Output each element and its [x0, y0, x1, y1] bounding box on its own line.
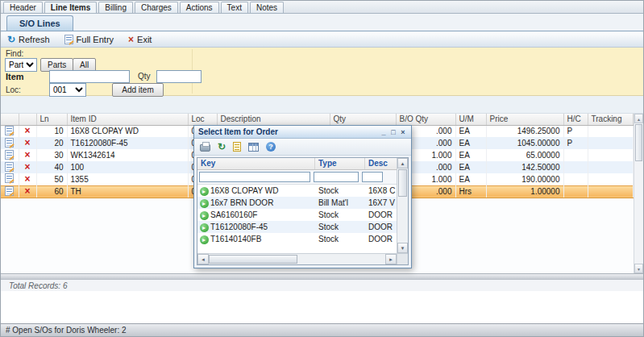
- tab-line-items[interactable]: Line Items: [44, 2, 97, 13]
- delete-row-icon[interactable]: ×: [24, 173, 30, 185]
- edit-row-icon[interactable]: [5, 150, 14, 160]
- status-bar: # Open S/Os for Doris Wheeler: 2: [1, 323, 643, 336]
- col-um[interactable]: U/M: [455, 114, 486, 125]
- tab-charges[interactable]: Charges: [135, 2, 178, 13]
- edit-row-icon[interactable]: [5, 126, 14, 135]
- scroll-up-button[interactable]: ▲: [634, 114, 643, 123]
- delete-row-icon[interactable]: ×: [24, 125, 30, 136]
- col-qty[interactable]: Qty: [330, 114, 396, 125]
- dialog-horizontal-scrollbar[interactable]: ◄ ►: [197, 253, 397, 264]
- full-entry-button[interactable]: Full Entry: [64, 35, 114, 44]
- dialog-vertical-scrollbar[interactable]: ▲ ▼: [397, 158, 408, 253]
- tab-notes[interactable]: Notes: [250, 2, 284, 13]
- maximize-button[interactable]: □: [388, 127, 398, 138]
- delete-row-icon[interactable]: ×: [24, 137, 30, 148]
- dialog-item-row[interactable]: ▸ T16120080F-45 Stock DOOR: [197, 221, 408, 233]
- tab-billing[interactable]: Billing: [98, 2, 133, 13]
- col-loc[interactable]: Loc: [188, 114, 217, 125]
- scroll-left-button[interactable]: ◄: [197, 254, 209, 264]
- exit-button[interactable]: × Exit: [128, 34, 152, 45]
- dialog-item-row[interactable]: ▸ 16x7 BRN DOOR Bill Mat'l 16X7 V: [197, 197, 408, 209]
- cell-ln: 40: [36, 161, 67, 173]
- dialog-item-row[interactable]: ▸ 16X8 CLOPAY WD Stock 16X8 C: [197, 185, 408, 197]
- type-filter-input[interactable]: [314, 172, 359, 182]
- edit-row-icon[interactable]: [5, 138, 14, 148]
- delete-row-icon[interactable]: ×: [24, 149, 30, 160]
- edit-row-icon[interactable]: [5, 186, 14, 196]
- exit-label: Exit: [137, 35, 152, 44]
- scroll-up-button[interactable]: ▲: [397, 158, 408, 168]
- delete-row-icon[interactable]: ×: [24, 185, 30, 197]
- scroll-down-button[interactable]: ▼: [397, 243, 408, 253]
- qty-input[interactable]: [156, 70, 202, 83]
- loc-select[interactable]: 001: [49, 83, 86, 97]
- desc-filter-input[interactable]: [362, 172, 383, 182]
- cell-um: Hrs: [455, 185, 486, 198]
- item-label: Item: [6, 72, 24, 81]
- grid-vertical-scrollbar[interactable]: ▲ ▼: [634, 114, 643, 273]
- cell-item-id: 100: [67, 161, 188, 173]
- col-hc[interactable]: H/C: [563, 114, 588, 125]
- scrollbar-thumb[interactable]: [398, 169, 407, 197]
- select-item-icon[interactable]: ▸: [200, 211, 209, 220]
- dialog-col-type[interactable]: Type: [315, 158, 365, 169]
- cell-item-id: T16120080F-45: [67, 137, 188, 149]
- dialog-item-row[interactable]: ▸ SA6160160F Stock DOOR: [197, 209, 408, 221]
- refresh-label: Refresh: [19, 35, 50, 44]
- col-description[interactable]: Description: [217, 114, 330, 125]
- tab-header[interactable]: Header: [3, 2, 43, 13]
- minimize-button[interactable]: _: [379, 127, 388, 138]
- export-table-icon[interactable]: [248, 143, 259, 152]
- help-icon[interactable]: ?: [266, 142, 276, 152]
- select-item-icon[interactable]: ▸: [200, 187, 209, 196]
- cell-item-id: WK1342614: [67, 149, 188, 161]
- select-item-icon[interactable]: ▸: [200, 199, 209, 208]
- print-icon[interactable]: [200, 144, 210, 152]
- col-bo-qty[interactable]: B/O Qty: [396, 114, 455, 125]
- find-panel: Find: Part Parts All Item Qty Loc: 001 A…: [1, 48, 643, 96]
- table-header-row: Ln Item ID Loc Description Qty B/O Qty U…: [1, 114, 634, 125]
- col-price[interactable]: Price: [486, 114, 563, 125]
- key-filter-input[interactable]: [199, 172, 310, 182]
- document-icon[interactable]: [233, 142, 241, 152]
- tab-text[interactable]: Text: [221, 2, 248, 13]
- tab-so-lines[interactable]: S/O Lines: [6, 15, 73, 31]
- edit-row-icon[interactable]: [5, 173, 14, 183]
- form-pencil-icon: [64, 35, 73, 44]
- cell-tracking: [588, 161, 634, 173]
- find-label: Find:: [6, 49, 23, 58]
- col-item-id[interactable]: Item ID: [67, 114, 188, 125]
- cell-item-id: TH: [67, 185, 188, 198]
- dialog-col-key[interactable]: Key: [197, 158, 315, 169]
- scrollbar-corner: [397, 253, 408, 264]
- refresh-button[interactable]: ↻ Refresh: [7, 34, 50, 45]
- scrollbar-thumb[interactable]: [209, 255, 297, 264]
- grid-gap-band: [1, 96, 643, 114]
- scrollbar-thumb[interactable]: [635, 124, 642, 161]
- scroll-right-button[interactable]: ►: [385, 254, 397, 264]
- cell-ln: 60: [36, 185, 67, 198]
- cell-tracking: [588, 137, 634, 149]
- dialog-title-bar[interactable]: Select Item for Order _ □ ×: [194, 126, 411, 139]
- dialog-refresh-icon[interactable]: ↻: [218, 141, 226, 152]
- cell-um: EA: [455, 161, 486, 173]
- splitter-bar: [1, 273, 643, 280]
- tab-actions[interactable]: Actions: [180, 2, 219, 13]
- scroll-down-button[interactable]: ▼: [634, 264, 643, 273]
- find-type-select[interactable]: Part: [5, 58, 37, 72]
- select-item-icon[interactable]: ▸: [200, 223, 209, 232]
- dialog-cell-key: 16x7 BRN DOOR: [210, 198, 315, 207]
- cell-price: 1.00000: [486, 185, 563, 198]
- col-ln[interactable]: Ln: [36, 114, 67, 125]
- dialog-item-row[interactable]: ▸ T16140140FB Stock DOOR: [197, 233, 408, 245]
- select-item-icon[interactable]: ▸: [200, 235, 209, 244]
- cell-hc: [563, 185, 588, 198]
- col-tracking[interactable]: Tracking: [588, 114, 634, 125]
- edit-row-icon[interactable]: [5, 162, 14, 172]
- item-input[interactable]: [49, 70, 130, 83]
- add-item-button[interactable]: Add item: [112, 83, 164, 97]
- close-button[interactable]: ×: [398, 127, 408, 138]
- delete-row-icon[interactable]: ×: [24, 161, 30, 173]
- dialog-cell-type: Stock: [315, 186, 365, 195]
- app-window: Header Line Items Billing Charges Action…: [0, 0, 644, 337]
